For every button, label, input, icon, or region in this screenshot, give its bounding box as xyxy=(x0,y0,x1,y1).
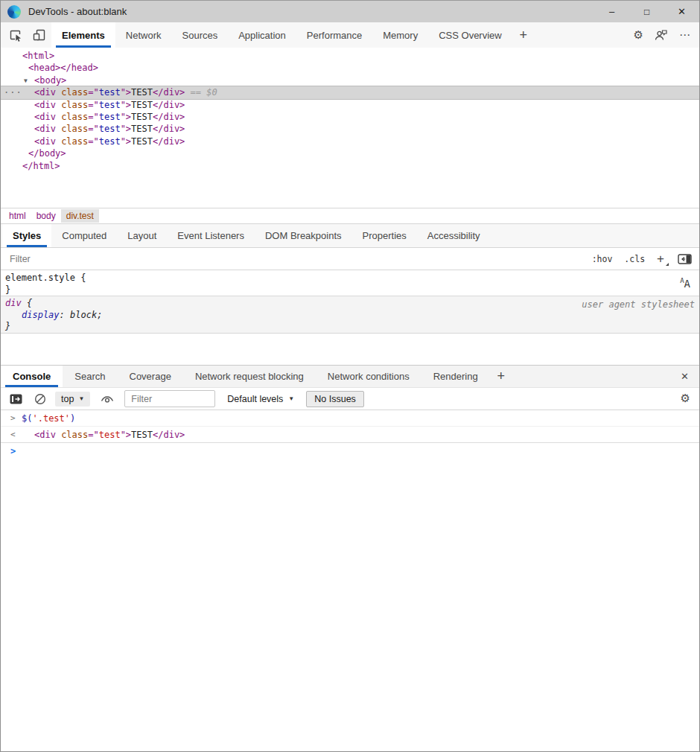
node-overflow-dots[interactable]: ··· xyxy=(4,86,22,98)
issues-counter-badge[interactable]: No Issues xyxy=(306,391,364,407)
chevron-down-icon: ▼ xyxy=(78,395,84,402)
sidebar-tab-event-listeners[interactable]: Event Listeners xyxy=(167,224,255,247)
drawer-tab-list: ConsoleSearchCoverageNetwork request blo… xyxy=(1,366,490,387)
main-panel-tabs: ElementsNetworkSourcesApplicationPerform… xyxy=(51,22,512,48)
levels-label: Default levels xyxy=(227,394,283,404)
sidebar-tab-dom-breakpoints[interactable]: DOM Breakpoints xyxy=(255,224,352,247)
tree-node[interactable]: <div class="test">TEST</div> xyxy=(1,136,699,147)
node-markup: <div class="test">TEST</div> xyxy=(1,123,185,135)
tree-node[interactable]: <div class="test">TEST</div> xyxy=(1,99,699,111)
breadcrumb-body[interactable]: body xyxy=(31,209,61,223)
dom-breadcrumb: htmlbodydiv.test xyxy=(1,208,699,224)
log-levels-selector[interactable]: Default levels ▼ xyxy=(227,394,294,404)
console-settings-gear-icon[interactable]: ⚙ xyxy=(681,393,690,404)
tab-network[interactable]: Network xyxy=(115,22,172,48)
tab-elements[interactable]: Elements xyxy=(51,22,115,48)
chevron-down-icon: ▼ xyxy=(288,395,294,402)
element-style-section[interactable]: element.style { } AA xyxy=(1,270,699,296)
toggle-pseudo-states-button[interactable]: :hov xyxy=(592,254,613,264)
node-markup: <div class="test">TEST</div> xyxy=(1,136,185,147)
main-toolbar: ElementsNetworkSourcesApplicationPerform… xyxy=(1,22,699,48)
element-style-close: } xyxy=(5,284,699,296)
settings-gear-icon[interactable]: ⚙ xyxy=(634,30,643,41)
inspect-element-icon[interactable] xyxy=(8,28,23,42)
tree-node[interactable]: <html> xyxy=(1,50,699,62)
minimize-button[interactable]: – xyxy=(594,1,629,22)
console-sidebar-icon[interactable] xyxy=(10,394,22,404)
command-text: $('.test') xyxy=(22,413,75,424)
tree-node[interactable]: <div class="test">TEST</div> xyxy=(1,111,699,123)
user-agent-rule-section[interactable]: div { display: block; } user agent style… xyxy=(1,296,699,334)
drawer-tab-coverage[interactable]: Coverage xyxy=(118,366,183,387)
sidebar-tab-accessibility[interactable]: Accessibility xyxy=(417,224,491,247)
styles-pane-empty-space xyxy=(1,334,699,365)
close-button[interactable]: ✕ xyxy=(664,1,699,22)
element-style-open: element.style { xyxy=(5,272,699,284)
console-empty-space xyxy=(1,448,699,751)
toggle-computed-sidebar-icon[interactable] xyxy=(678,254,692,264)
breadcrumb-div-test[interactable]: div.test xyxy=(61,209,99,223)
drawer-tabs: ConsoleSearchCoverageNetwork request blo… xyxy=(1,365,699,388)
devtools-window: DevTools - about:blank – □ ✕ ElementsNet… xyxy=(0,0,700,752)
node-markup: <div class="test">TEST</div> xyxy=(1,99,185,111)
result-chevron-icon: < xyxy=(10,430,16,440)
breadcrumb-html[interactable]: html xyxy=(4,209,31,223)
feedback-icon[interactable] xyxy=(654,28,669,42)
tab-sources[interactable]: Sources xyxy=(172,22,229,48)
stylesheet-origin-label: user agent stylesheet xyxy=(582,299,695,310)
prompt-chevron-icon: > xyxy=(10,446,16,456)
clear-console-icon[interactable] xyxy=(34,393,46,405)
tree-node[interactable]: </body> xyxy=(1,147,699,159)
rule-close: } xyxy=(5,321,699,333)
tree-node[interactable]: <div class="test">TEST</div> xyxy=(1,123,699,135)
node-markup: <div class="test">TEST</div> == $0 xyxy=(1,86,217,98)
console-result-entry[interactable]: < <div class="test">TEST</div> xyxy=(1,427,699,443)
console-command-entry[interactable]: > $('.test') xyxy=(1,410,699,427)
tab-memory[interactable]: Memory xyxy=(372,22,428,48)
styles-filter-input[interactable] xyxy=(1,248,592,270)
node-markup: <body> xyxy=(1,74,66,86)
close-drawer-icon[interactable]: ✕ xyxy=(681,372,689,381)
tree-node-selected[interactable]: ···<div class="test">TEST</div> == $0 xyxy=(1,86,699,98)
execution-context-selector[interactable]: top ▼ xyxy=(55,392,90,407)
drawer-tab-rendering[interactable]: Rendering xyxy=(421,366,490,387)
maximize-button[interactable]: □ xyxy=(629,1,664,22)
drawer-tab-search[interactable]: Search xyxy=(63,366,117,387)
sidebar-tab-computed[interactable]: Computed xyxy=(51,224,117,247)
window-title: DevTools - about:blank xyxy=(28,6,127,17)
live-expression-eye-icon[interactable] xyxy=(101,395,114,404)
drawer-tab-network-conditions[interactable]: Network conditions xyxy=(316,366,421,387)
tab-css-overview[interactable]: CSS Overview xyxy=(428,22,512,48)
add-panel-button[interactable]: + xyxy=(512,22,535,48)
new-style-rule-button[interactable]: + xyxy=(657,252,664,265)
tree-node[interactable]: <head></head> xyxy=(1,62,699,74)
tab-performance[interactable]: Performance xyxy=(296,22,372,48)
toggle-element-classes-button[interactable]: .cls xyxy=(624,254,645,264)
font-editor-icon[interactable]: AA xyxy=(680,278,690,289)
edge-logo-icon xyxy=(7,5,21,19)
sidebar-tab-styles[interactable]: Styles xyxy=(2,224,51,247)
drawer-tab-network-request-blocking[interactable]: Network request blocking xyxy=(183,366,316,387)
context-label: top xyxy=(61,394,74,404)
command-chevron-icon: > xyxy=(10,413,16,424)
sidebar-tab-properties[interactable]: Properties xyxy=(352,224,417,247)
add-drawer-tool-button[interactable]: + xyxy=(490,366,512,387)
styles-sidebar-tabs: StylesComputedLayoutEvent ListenersDOM B… xyxy=(1,224,699,248)
console-messages: > $('.test') < <div class="test">TEST</d… xyxy=(1,410,699,751)
node-markup: <head></head> xyxy=(1,62,98,74)
title-bar: DevTools - about:blank – □ ✕ xyxy=(1,0,699,22)
tab-application[interactable]: Application xyxy=(228,22,296,48)
expand-arrow-icon[interactable]: ▼ xyxy=(24,75,28,87)
node-markup: </html> xyxy=(1,160,60,172)
device-toolbar-icon[interactable] xyxy=(32,28,47,42)
result-element-preview: <div class="test">TEST</div> xyxy=(34,430,185,440)
tree-node[interactable]: </html> xyxy=(1,160,699,172)
drawer-tab-console[interactable]: Console xyxy=(1,366,63,387)
more-options-icon[interactable]: ⋯ xyxy=(679,30,690,41)
console-prompt[interactable]: > xyxy=(1,443,699,448)
console-filter-input[interactable] xyxy=(124,390,215,407)
console-toolbar: top ▼ Default levels ▼ No Issues ⚙ xyxy=(1,388,699,410)
sidebar-tab-layout[interactable]: Layout xyxy=(117,224,167,247)
node-markup: </body> xyxy=(1,147,66,159)
tree-node[interactable]: ▼<body> xyxy=(1,74,699,86)
